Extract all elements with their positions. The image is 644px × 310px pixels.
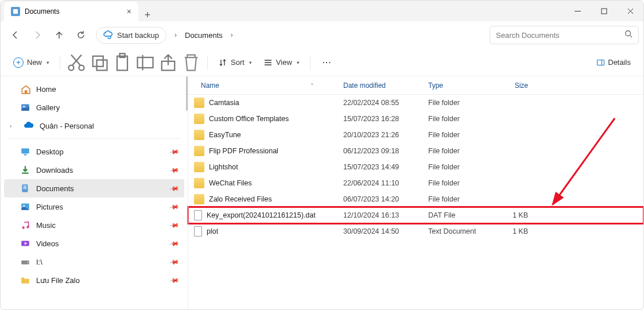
sidebar-item-label: Gallery xyxy=(36,103,60,112)
sidebar-item-gallery[interactable]: Gallery xyxy=(4,98,184,117)
sidebar-item-onedrive[interactable]: ›Quân - Personal xyxy=(4,117,184,135)
maximize-button[interactable] xyxy=(591,1,617,21)
file-row[interactable]: EasyTune20/10/2023 21:26File folder xyxy=(188,127,643,143)
pin-icon[interactable]: 📌 xyxy=(169,238,180,249)
file-date: 15/07/2023 16:28 xyxy=(337,115,422,123)
file-name: Lightshot xyxy=(209,163,238,171)
search-icon[interactable] xyxy=(624,30,633,40)
sidebar-item-home[interactable]: Home xyxy=(4,80,184,98)
svg-rect-20 xyxy=(25,90,28,94)
home-icon xyxy=(20,84,30,94)
plus-circle-icon: + xyxy=(13,57,24,68)
documents-tab-icon xyxy=(11,7,20,16)
breadcrumb-item[interactable]: Documents xyxy=(185,31,223,40)
svg-point-32 xyxy=(22,226,25,229)
details-label: Details xyxy=(608,58,631,67)
sidebar-item-documents[interactable]: Documents📌 xyxy=(4,179,184,197)
new-tab-button[interactable]: + xyxy=(138,9,157,21)
cut-button[interactable] xyxy=(66,53,87,72)
svg-rect-12 xyxy=(117,56,127,70)
svg-line-5 xyxy=(630,36,633,38)
file-icon xyxy=(194,210,202,220)
column-size[interactable]: Size xyxy=(491,82,534,90)
details-pane-button[interactable]: Details xyxy=(592,53,635,72)
more-button[interactable]: ⋯ xyxy=(316,53,337,72)
pin-icon[interactable]: 📌 xyxy=(169,165,180,176)
sort-button[interactable]: Sort ▾ xyxy=(214,53,257,72)
file-row[interactable]: Camtasia22/02/2024 08:55File folder xyxy=(188,95,643,111)
desktop-icon xyxy=(20,146,30,157)
file-name: plot xyxy=(207,227,218,235)
sidebar-item-desktop[interactable]: Desktop📌 xyxy=(4,142,184,161)
file-type: File folder xyxy=(422,147,491,155)
file-row[interactable]: Lightshot15/07/2023 14:49File folder xyxy=(188,159,643,175)
file-date: 20/10/2023 21:26 xyxy=(337,131,422,139)
svg-point-36 xyxy=(27,262,28,263)
file-row[interactable]: plot30/09/2024 14:50Text Document1 KB xyxy=(188,223,643,239)
sidebar-item-label: Home xyxy=(36,85,56,94)
new-button[interactable]: + New ▾ xyxy=(9,53,54,72)
file-date: 22/02/2024 08:55 xyxy=(337,99,422,107)
file-type: File folder xyxy=(422,131,491,139)
svg-rect-27 xyxy=(24,186,27,187)
chevron-right-icon[interactable]: › xyxy=(226,31,238,39)
sidebar-item-drive[interactable]: I:\📌 xyxy=(4,253,184,271)
start-backup-pill[interactable]: Start backup xyxy=(96,27,166,44)
file-name: WeChat Files xyxy=(209,179,252,187)
column-type[interactable]: Type xyxy=(422,82,491,90)
sidebar-item-videos[interactable]: Videos📌 xyxy=(4,234,184,253)
chevron-right-icon[interactable]: › xyxy=(170,31,181,39)
pin-icon[interactable]: 📌 xyxy=(169,257,180,268)
column-name[interactable]: Name ⌃ xyxy=(188,82,337,90)
rename-button[interactable] xyxy=(135,53,156,72)
file-row[interactable]: WeChat Files22/06/2024 11:10File folder xyxy=(188,175,643,191)
file-row[interactable]: Key_export(20241012161215).dat12/10/2024… xyxy=(188,207,643,223)
sidebar-item-label: Desktop xyxy=(36,148,64,156)
file-row[interactable]: Custom Office Templates15/07/2023 16:28F… xyxy=(188,111,643,127)
pin-icon[interactable]: 📌 xyxy=(169,220,180,231)
pin-icon[interactable]: 📌 xyxy=(169,146,180,157)
sidebar-item-downloads[interactable]: Downloads📌 xyxy=(4,161,184,179)
navigation-sidebar: HomeGallery›Quân - Personal Desktop📌Down… xyxy=(1,76,188,310)
folder-icon xyxy=(194,162,204,172)
pin-icon[interactable]: 📌 xyxy=(169,275,180,286)
svg-rect-25 xyxy=(22,173,28,174)
share-button[interactable] xyxy=(158,53,179,72)
sidebar-item-pictures[interactable]: Pictures📌 xyxy=(4,197,184,216)
close-tab-icon[interactable]: × xyxy=(127,7,131,16)
titlebar: Documents × + xyxy=(1,1,643,21)
search-input[interactable] xyxy=(496,31,624,40)
up-button[interactable] xyxy=(49,25,69,45)
copy-button[interactable] xyxy=(89,53,110,72)
forward-button[interactable] xyxy=(27,25,48,45)
chevron-right-icon[interactable]: › xyxy=(10,123,18,129)
column-date[interactable]: Date modified xyxy=(337,82,422,90)
file-type: File folder xyxy=(422,99,491,107)
file-size: 1 KB xyxy=(491,211,534,219)
breadcrumb: Start backup › Documents › xyxy=(96,27,238,44)
svg-line-9 xyxy=(71,55,80,65)
search-box[interactable] xyxy=(490,26,639,44)
sidebar-item-music[interactable]: Music📌 xyxy=(4,216,184,234)
sidebar-item-label: Pictures xyxy=(36,203,63,211)
sidebar-item-folder[interactable]: Lưu File Zalo📌 xyxy=(4,271,184,289)
close-window-button[interactable] xyxy=(617,1,643,21)
paste-button[interactable] xyxy=(112,53,133,72)
refresh-button[interactable] xyxy=(71,25,91,45)
svg-line-8 xyxy=(72,55,82,65)
minimize-button[interactable] xyxy=(564,1,591,21)
back-button[interactable] xyxy=(5,25,26,45)
window-tab[interactable]: Documents × xyxy=(4,2,138,21)
toolbar: + New ▾ Sort ▾ View ▾ ⋯ Details xyxy=(1,49,643,76)
file-row[interactable]: Flip PDF Professional06/12/2023 09:18Fil… xyxy=(188,143,643,159)
view-button[interactable]: View ▾ xyxy=(259,53,304,72)
sort-icon xyxy=(218,58,227,67)
pin-icon[interactable]: 📌 xyxy=(169,202,180,212)
delete-button[interactable] xyxy=(181,53,201,72)
svg-rect-11 xyxy=(97,60,107,70)
file-row[interactable]: Zalo Received Files06/07/2023 14:20File … xyxy=(188,191,643,207)
file-name: Custom Office Templates xyxy=(209,115,289,123)
pictures-icon xyxy=(20,202,30,212)
file-list-area: Name ⌃ Date modified Type Size Camtasia2… xyxy=(188,76,643,310)
pin-icon[interactable]: 📌 xyxy=(169,183,180,194)
